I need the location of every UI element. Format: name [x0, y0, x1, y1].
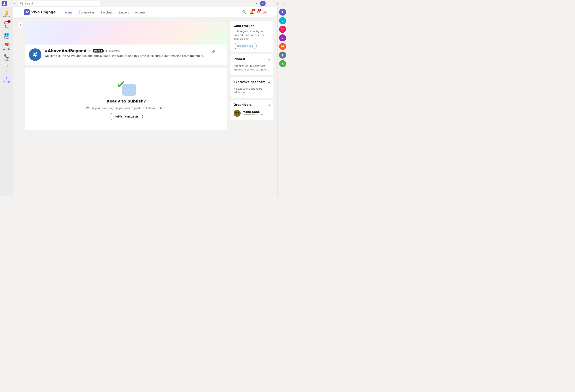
back-button[interactable]: ‹	[17, 22, 24, 28]
right-panel-avatar-3[interactable]: L	[279, 34, 286, 41]
campaign-logo: #	[29, 48, 41, 61]
notifications-button[interactable]: 🔔12	[249, 9, 255, 15]
publish-campaign-button[interactable]: Publish campaign	[110, 113, 143, 120]
right-panel-avatar-6[interactable]: K	[279, 60, 286, 67]
campaign-logo-symbol: #	[33, 51, 38, 58]
draft-badge: DRAFT	[93, 49, 104, 52]
search-icon: 🔍	[20, 2, 24, 5]
main-content: ☰ Viva Engage Home Communities Storyline…	[13, 7, 277, 196]
files-icon: 📄	[4, 65, 9, 69]
tab-answers[interactable]: Answers	[132, 9, 148, 16]
publish-subtitle: When your campaign is published, posts w…	[86, 107, 167, 110]
app-name: Viva Engage	[31, 10, 56, 14]
messages-button[interactable]: ✉5	[256, 9, 261, 15]
sidebar-item-calls[interactable]: 📞 Calls	[1, 52, 12, 63]
back-button[interactable]: ‹	[9, 1, 12, 6]
executive-sponsors-header: Executive sponsors +	[234, 80, 270, 85]
pinned-card: Pinned + Add files or links that are imp…	[230, 54, 273, 75]
tab-home[interactable]: Home	[62, 9, 75, 16]
organizer-item: MK Mona Kane COMMS MANAGER	[234, 110, 270, 117]
analytics-button[interactable]: 📈	[262, 9, 268, 15]
right-panel-avatar-2[interactable]: V	[279, 26, 286, 33]
followers-count: 0 Followers	[105, 49, 120, 52]
sidebar-item-activity[interactable]: 🔔 Activity	[1, 9, 12, 19]
teams-logo-icon	[1, 1, 7, 6]
pinned-description: Add files or links that are important to…	[234, 64, 270, 72]
sidebar-item-label: Engage	[3, 81, 10, 83]
campaign-title: #AboveAndBeyond	[45, 48, 87, 53]
tab-storylines[interactable]: Storylines	[98, 9, 116, 16]
sidebar-item-label: Files	[5, 70, 9, 72]
organizer-name: Mona Kane	[242, 110, 264, 114]
sidebar-item-calendar[interactable]: 📅 Calendar	[1, 41, 12, 51]
goal-tracker-card: Goal tracker Until a goal is configured,…	[230, 21, 273, 52]
right-panel-avatar-4[interactable]: M	[279, 43, 286, 50]
tab-communities[interactable]: Communities	[76, 9, 97, 16]
executive-sponsors-card: Executive sponsors + No executive sponso…	[230, 77, 273, 98]
sidebar-item-teams[interactable]: 👥 Teams	[1, 30, 12, 41]
sidebar-item-chat[interactable]: 💬 Chat 1	[1, 20, 12, 30]
add-sponsor-button[interactable]: +	[268, 81, 270, 85]
add-organizer-button[interactable]: +	[268, 103, 270, 108]
page-content: ‹ # #AboveAndBeyond ✔	[13, 17, 277, 196]
right-panel-avatar-5[interactable]: J	[279, 51, 286, 59]
search-bar[interactable]: 🔍	[18, 1, 100, 6]
viva-engage-logo-icon	[24, 9, 30, 15]
tab-leaders[interactable]: Leaders	[116, 9, 132, 16]
calendar-icon: 📅	[4, 43, 9, 48]
chat-badge: 1	[7, 20, 11, 23]
left-sidebar: 🔔 Activity 💬 Chat 1 👥 Teams 📅 Calendar 📞…	[0, 7, 13, 196]
publish-section: ✔ Ready to publish? When your campaign i…	[25, 68, 227, 130]
forward-button[interactable]: ›	[13, 1, 16, 6]
top-nav-actions: 🔍 🔔12 ✉5 📈 ···	[241, 9, 274, 15]
campaign-actions: 🔗 ···	[210, 48, 224, 55]
publish-title: Ready to publish?	[106, 99, 146, 103]
sidebar-item-engage[interactable]: ⚡ Engage	[1, 74, 12, 84]
teams-icon: 👥	[4, 32, 9, 37]
right-panel-avatar-0[interactable]: A	[279, 9, 286, 16]
add-pinned-button[interactable]: +	[268, 58, 270, 62]
right-sidebar: Goal tracker Until a goal is configured,…	[230, 21, 273, 196]
more-options-button[interactable]: ···	[270, 9, 274, 15]
nav-tabs: Home Communities Storylines Leaders Answ…	[62, 9, 148, 15]
organizers-title: Organizers	[234, 103, 252, 107]
avatar[interactable]: A	[260, 1, 266, 6]
executive-sponsors-title: Executive sponsors	[234, 80, 265, 84]
right-panel: A C V L M J K «	[277, 7, 288, 196]
hamburger-button[interactable]: ☰	[16, 9, 21, 15]
main-column: # #AboveAndBeyond ✔ DRAFT 0 Followers We…	[25, 21, 227, 196]
executive-sponsors-description: No executive sponsors added yet.	[234, 87, 270, 94]
organizer-details: Mona Kane COMMS MANAGER	[242, 110, 264, 116]
organizers-card: Organizers + MK Mona Kane COMMS MANAGER	[230, 100, 273, 120]
more-options-button[interactable]: ···	[256, 2, 259, 5]
more-actions-button[interactable]: ···	[218, 48, 224, 55]
maximize-button[interactable]: ⬜	[275, 1, 280, 6]
campaign-info: #AboveAndBeyond ✔ DRAFT 0 Followers Welc…	[45, 48, 223, 58]
configure-goal-button[interactable]: Configure goal	[234, 43, 257, 49]
window-controls: — ⬜ ✕	[269, 1, 286, 6]
copy-link-button[interactable]: 🔗	[210, 48, 216, 55]
close-button[interactable]: ✕	[281, 1, 286, 6]
right-panel-avatar-1[interactable]: C	[279, 17, 286, 24]
goal-tracker-description: Until a goal is configured, only admins …	[234, 29, 270, 41]
messages-badge: 5	[258, 9, 261, 11]
sidebar-item-files[interactable]: 📄 Files	[1, 63, 12, 73]
organizer-initials: MK	[235, 111, 240, 115]
app-logo: Viva Engage	[24, 9, 56, 15]
search-button[interactable]: 🔍	[241, 9, 247, 15]
goal-tracker-title: Goal tracker	[234, 24, 270, 28]
hero-banner	[25, 21, 227, 45]
sidebar-item-label: Teams	[4, 37, 9, 39]
app-layout: 🔔 Activity 💬 Chat 1 👥 Teams 📅 Calendar 📞…	[0, 7, 288, 196]
sidebar-item-label: Calls	[4, 59, 9, 61]
campaign-header-area: # #AboveAndBeyond ✔ DRAFT 0 Followers We…	[25, 21, 227, 65]
search-input[interactable]	[25, 2, 98, 5]
engage-icon: ⚡	[5, 76, 8, 80]
sidebar-item-label: Calendar	[2, 48, 10, 50]
minimize-button[interactable]: —	[269, 1, 274, 6]
sidebar-item-label: Activity	[3, 15, 10, 17]
title-bar-actions: ··· A — ⬜ ✕	[256, 1, 286, 6]
campaign-title-row: #AboveAndBeyond ✔ DRAFT 0 Followers	[45, 48, 223, 53]
check-icon: ✔	[116, 78, 126, 91]
organizer-avatar: MK	[234, 110, 241, 117]
